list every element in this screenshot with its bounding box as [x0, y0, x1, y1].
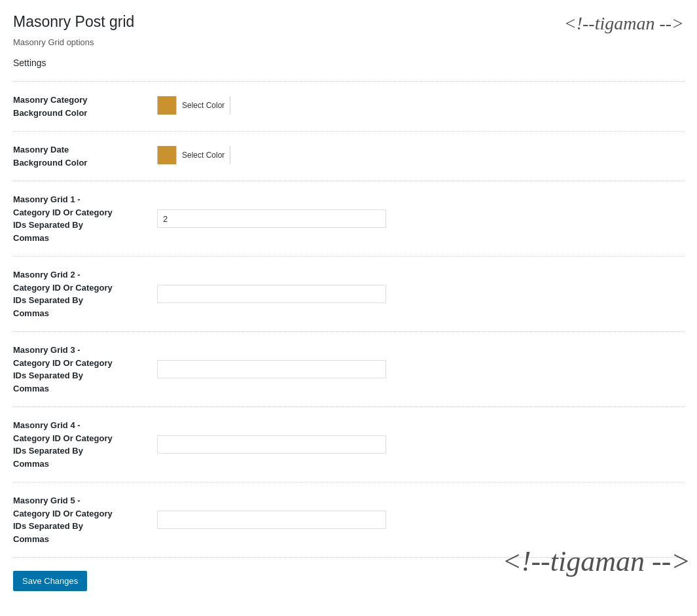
input-grid5[interactable] [157, 511, 386, 529]
label-grid5: Masonry Grid 5 -Category ID Or CategoryI… [13, 494, 157, 545]
section-title: Settings [13, 58, 684, 68]
color-picker-date[interactable]: Select Color [157, 146, 230, 164]
input-grid1[interactable] [157, 209, 386, 228]
label-grid4: Masonry Grid 4 -Category ID Or CategoryI… [13, 419, 157, 470]
label-grid3: Masonry Grid 3 -Category ID Or CategoryI… [13, 344, 157, 395]
settings-row-date-color: Masonry DateBackground Color Select Colo… [13, 131, 684, 181]
input-grid3[interactable] [157, 360, 386, 378]
color-swatch-category [158, 96, 176, 115]
settings-row-grid4: Masonry Grid 4 -Category ID Or CategoryI… [13, 407, 684, 482]
label-grid2: Masonry Grid 2 -Category ID Or CategoryI… [13, 268, 157, 319]
label-category-color: Masonry CategoryBackground Color [13, 94, 157, 119]
save-button[interactable]: Save Changes [13, 571, 87, 591]
color-label-category: Select Color [176, 96, 230, 115]
input-grid2[interactable] [157, 285, 386, 303]
settings-row-grid5: Masonry Grid 5 -Category ID Or CategoryI… [13, 482, 684, 558]
label-date-color: Masonry DateBackground Color [13, 143, 157, 169]
control-date-color: Select Color [157, 146, 684, 167]
input-grid4[interactable] [157, 435, 386, 454]
color-swatch-date [158, 146, 176, 164]
color-picker-category[interactable]: Select Color [157, 96, 230, 115]
settings-row-grid2: Masonry Grid 2 -Category ID Or CategoryI… [13, 256, 684, 331]
control-grid4 [157, 435, 684, 454]
label-grid1: Masonry Grid 1 -Category ID Or CategoryI… [13, 193, 157, 244]
control-grid5 [157, 511, 684, 529]
settings-row-grid1: Masonry Grid 1 -Category ID Or CategoryI… [13, 181, 684, 256]
color-label-date: Select Color [176, 146, 230, 164]
control-grid3 [157, 360, 684, 378]
page-title: Masonry Post grid [13, 13, 684, 31]
control-grid2 [157, 285, 684, 303]
breadcrumb: Masonry Grid options [13, 37, 684, 47]
settings-row-category-color: Masonry CategoryBackground Color Select … [13, 81, 684, 131]
settings-rows: Masonry CategoryBackground Color Select … [13, 81, 684, 558]
control-grid1 [157, 209, 684, 228]
page-wrapper: <!--tigaman --> Masonry Post grid Masonr… [0, 0, 697, 616]
settings-row-grid3: Masonry Grid 3 -Category ID Or CategoryI… [13, 331, 684, 407]
control-category-color: Select Color [157, 96, 684, 117]
